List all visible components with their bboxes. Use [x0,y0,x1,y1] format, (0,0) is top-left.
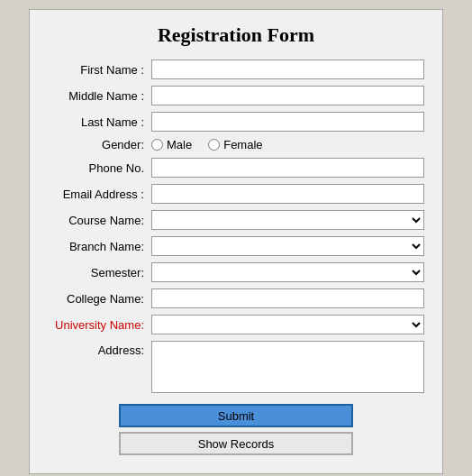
gender-male-label: Male [167,138,192,151]
university-row: University Name: [48,315,424,334]
college-label: College Name: [48,292,151,306]
last-name-input[interactable] [151,112,424,132]
branch-row: Branch Name: [48,236,424,256]
registration-form-container: Registration Form First Name : Middle Na… [29,9,443,474]
show-records-button[interactable]: Show Records [119,432,353,455]
first-name-label: First Name : [48,63,151,77]
college-input[interactable] [151,288,424,308]
gender-male-radio[interactable] [151,139,163,151]
phone-row: Phone No. [48,158,424,178]
course-label: Course Name: [48,214,151,227]
email-row: Email Address : [48,184,424,204]
address-row: Address: [48,341,424,393]
email-input[interactable] [151,184,424,204]
gender-row: Gender: Male Female [48,138,424,151]
semester-label: Semester: [48,266,151,279]
address-label: Address: [48,341,151,357]
middle-name-input[interactable] [151,86,424,105]
university-select[interactable] [151,315,424,334]
gender-female-radio[interactable] [208,139,220,151]
phone-input[interactable] [151,158,424,178]
branch-label: Branch Name: [48,240,151,253]
first-name-input[interactable] [151,60,424,79]
branch-select[interactable] [151,236,424,256]
first-name-row: First Name : [48,60,424,79]
submit-button[interactable]: Submit [119,404,353,427]
gender-female-label: Female [223,138,262,151]
middle-name-label: Middle Name : [48,89,151,103]
gender-male-option[interactable]: Male [151,138,192,151]
last-name-label: Last Name : [48,115,151,129]
course-select[interactable] [151,210,424,230]
college-row: College Name: [48,288,424,308]
last-name-row: Last Name : [48,112,424,132]
semester-row: Semester: [48,262,424,282]
form-title: Registration Form [48,23,424,47]
button-row: Submit Show Records [48,404,424,455]
email-label: Email Address : [48,188,151,201]
phone-label: Phone No. [48,161,151,175]
university-label: University Name: [48,318,151,332]
middle-name-row: Middle Name : [48,86,424,105]
course-row: Course Name: [48,210,424,230]
address-textarea[interactable] [151,341,424,393]
gender-group: Male Female [151,138,424,151]
gender-female-option[interactable]: Female [208,138,262,151]
semester-select[interactable] [151,262,424,282]
gender-label: Gender: [48,138,151,151]
